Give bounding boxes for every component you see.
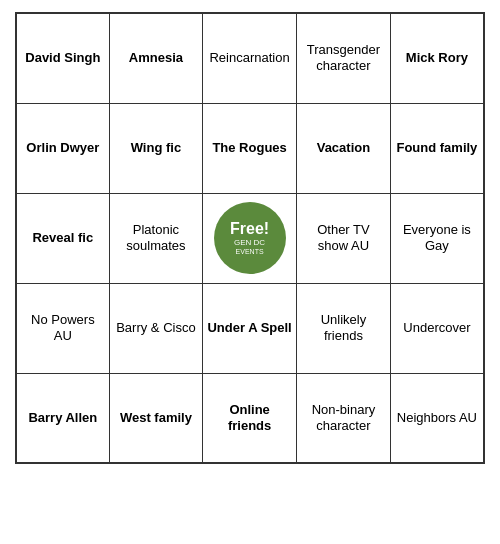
cell-r0-c4: Mick Rory: [390, 13, 484, 103]
free-text: Free! GEN DC EVENTS: [207, 219, 292, 257]
cell-r3-c4: Undercover: [390, 283, 484, 373]
cell-r3-c2: Under A Spell: [203, 283, 297, 373]
cell-r0-c1: Amnesia: [109, 13, 202, 103]
free-label: Free!: [230, 219, 269, 239]
cell-r3-c1: Barry & Cisco: [109, 283, 202, 373]
bingo-grid: David SinghAmnesiaReincarnationTransgend…: [15, 12, 485, 464]
cell-r1-c3: Vacation: [297, 103, 391, 193]
cell-r2-c3: Other TV show AU: [297, 193, 391, 283]
cell-r0-c3: Transgender character: [297, 13, 391, 103]
cell-r4-c1: West family: [109, 373, 202, 463]
cell-r2-c2: Free! GEN DC EVENTS: [203, 193, 297, 283]
bingo-title: [15, 0, 485, 12]
cell-r4-c3: Non-binary character: [297, 373, 391, 463]
cell-r2-c4: Everyone is Gay: [390, 193, 484, 283]
cell-r1-c2: The Rogues: [203, 103, 297, 193]
cell-r1-c1: Wing fic: [109, 103, 202, 193]
cell-r3-c0: No Powers AU: [16, 283, 109, 373]
cell-r1-c4: Found family: [390, 103, 484, 193]
cell-r3-c3: Unlikely friends: [297, 283, 391, 373]
cell-r1-c0: Orlin Dwyer: [16, 103, 109, 193]
cell-r0-c2: Reincarnation: [203, 13, 297, 103]
cell-r4-c4: Neighbors AU: [390, 373, 484, 463]
cell-r2-c1: Platonic soulmates: [109, 193, 202, 283]
cell-r4-c2: Online friends: [203, 373, 297, 463]
cell-r0-c0: David Singh: [16, 13, 109, 103]
cell-r4-c0: Barry Allen: [16, 373, 109, 463]
events-label: EVENTS: [236, 248, 264, 257]
cell-r2-c0: Reveal fic: [16, 193, 109, 283]
gen-dc-label: GEN DC: [234, 239, 265, 248]
